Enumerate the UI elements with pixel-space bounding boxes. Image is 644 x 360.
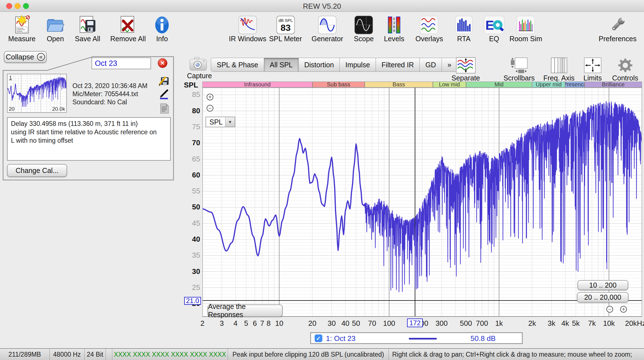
y-tick-25: 25 (184, 283, 200, 292)
separate-icon (451, 56, 480, 73)
levels-button[interactable]: 0 3 6 9 Levels (384, 15, 404, 43)
controls-button[interactable]: Controls (612, 56, 638, 82)
y-tick-55: 55 (184, 187, 200, 195)
open-button[interactable]: Open (46, 15, 65, 43)
y-tick-80: 80 (184, 107, 200, 115)
sample-rate-status: 48000 Hz (50, 349, 85, 360)
save-all-button[interactable]: Save All (75, 15, 100, 43)
trace-legend[interactable]: ✓ 1: Oct 23 50.8 dB (310, 332, 523, 344)
preferences-button[interactable]: Preferences (599, 15, 637, 43)
scrollbars-icon (503, 56, 535, 73)
x-tick-4k: 4k (561, 319, 569, 328)
spl-plot[interactable] (202, 87, 642, 317)
y-axis-quantity-select[interactable]: SPL ▾ (205, 117, 235, 127)
peak-input-status: Peak input before clipping 120 dB SPL (u… (228, 349, 389, 360)
separate-button[interactable]: Separate (451, 56, 480, 82)
change-cal-button[interactable]: Change Cal... (7, 164, 67, 177)
overlays-label: Overlays (415, 35, 443, 43)
trace-visible-checkbox[interactable]: ✓ (315, 334, 322, 342)
x-tick-3: 3 (220, 319, 224, 328)
mouse-hint-status: Right click & drag to pan; Ctrl+Right cl… (389, 349, 644, 360)
x-tick-8: 8 (266, 319, 270, 328)
notes-icon[interactable] (159, 103, 168, 113)
spl-meter-badge-value: 83 (280, 23, 291, 33)
tab-impulse[interactable]: Impulse (340, 58, 376, 72)
y-tick-60: 60 (184, 171, 200, 179)
average-responses-button[interactable]: Average the Responses (207, 304, 283, 317)
eq-label: EQ (484, 35, 504, 43)
input-level-status: XXXX XXXX XXXX XXXX XXXX XXXX (112, 349, 228, 360)
y-tick-85: 85 (184, 90, 200, 99)
tab-filtered-ir[interactable]: Filtered IR (376, 58, 420, 72)
svg-text:9: 9 (393, 29, 395, 33)
x-zoom-in-icon[interactable]: + (620, 306, 627, 313)
x-tick-4: 4 (234, 319, 237, 328)
save-measurement-icon[interactable] (159, 75, 168, 85)
band-bass: Bass (365, 82, 433, 87)
freq-axis-button[interactable]: Freq. Axis (543, 56, 574, 82)
x-tick-700: 700 (476, 319, 488, 328)
y-zoom-out-icon[interactable]: − (207, 105, 213, 112)
y-zoom-in-icon[interactable]: + (207, 94, 213, 100)
tab-distortion[interactable]: Distortion (299, 58, 340, 72)
band-presence: Presence (565, 82, 584, 87)
y-axis-quantity-value: SPL (206, 117, 225, 127)
svg-text:3: 3 (393, 21, 395, 25)
measurement-name-input[interactable] (92, 57, 151, 69)
measurement-info-text: Oct 23, 2020 10:36:48 AM Mic/Meter: 7055… (72, 82, 157, 106)
main-toolbar: Measure Open (0, 12, 644, 48)
remove-all-button[interactable]: Remove All (110, 15, 146, 43)
tab-spl-phase[interactable]: SPL & Phase (211, 58, 264, 72)
room-sim-label: Room Sim (510, 35, 542, 43)
delete-measurement-icon[interactable]: ✕ (158, 58, 167, 68)
y-tick-70: 70 (184, 139, 200, 147)
info-button[interactable]: Info (154, 15, 170, 43)
cursor-db-readout: 21.0 (184, 297, 201, 305)
y-tick-45: 45 (184, 219, 200, 228)
thumbnail-xmax: 20.0k (52, 106, 65, 112)
y-tick-75: 75 (184, 123, 200, 131)
edit-pen-icon[interactable] (159, 89, 168, 99)
rta-button[interactable]: RTA (455, 15, 472, 43)
range-10-200-button[interactable]: 10 .. 200 (577, 280, 628, 290)
eq-button[interactable]: E EQ (484, 15, 504, 43)
overlays-button[interactable]: Overlays (415, 15, 443, 43)
memory-status: 211/289MB (0, 349, 50, 360)
chevron-down-icon: ▾ (225, 117, 235, 127)
eq-icon: E (484, 15, 504, 34)
spl-meter-badge-line1: dB SPL (278, 18, 293, 23)
capture-camera-icon (187, 56, 209, 71)
band-low-mid: Low mid (433, 82, 466, 87)
scope-button[interactable]: Scope (354, 15, 374, 43)
ir-windows-button[interactable]: IR Windows (229, 15, 266, 43)
y-tick-65: 65 (184, 155, 200, 163)
tab-all-spl[interactable]: All SPL (264, 58, 299, 72)
status-bar: 211/289MB 48000 Hz 24 Bit XXXX XXXX XXXX… (0, 348, 644, 360)
spl-meter-button[interactable]: dB SPL 83 SPL Meter (269, 15, 302, 43)
x-zoom-out-icon[interactable]: − (606, 306, 613, 313)
measure-icon (8, 15, 35, 34)
thumbnail-index: 1 (9, 75, 12, 81)
trace-legend-value: 50.8 dB (471, 334, 496, 343)
graph-tab-bar: SPL & PhaseAll SPLDistortionImpulseFilte… (211, 58, 457, 72)
rta-icon (455, 15, 472, 34)
y-tick-50: 50 (184, 203, 200, 211)
x-tick-50: 50 (352, 319, 360, 328)
tab-gd[interactable]: GD (420, 58, 442, 72)
trace-legend-line (409, 338, 437, 340)
generator-button[interactable]: Generator (312, 15, 343, 43)
bit-depth-status: 24 Bit (85, 349, 106, 360)
scrollbars-button[interactable]: Scrollbars (503, 56, 535, 82)
measurement-thumbnail[interactable]: 1 20 20.0k (7, 74, 67, 113)
capture-button[interactable]: Capture (187, 56, 209, 80)
rta-label: RTA (455, 35, 472, 43)
x-tick-1k: 1k (495, 319, 503, 328)
range-20-20000-button[interactable]: 20 .. 20,000 (577, 292, 629, 303)
generator-label: Generator (312, 35, 343, 43)
limits-button[interactable]: Limits (583, 56, 602, 82)
room-sim-button[interactable]: Room Sim (510, 15, 542, 43)
measure-button[interactable]: Measure (8, 15, 35, 43)
info-icon (154, 15, 170, 34)
overlays-icon (415, 15, 443, 34)
x-tick-2: 2 (200, 319, 204, 328)
